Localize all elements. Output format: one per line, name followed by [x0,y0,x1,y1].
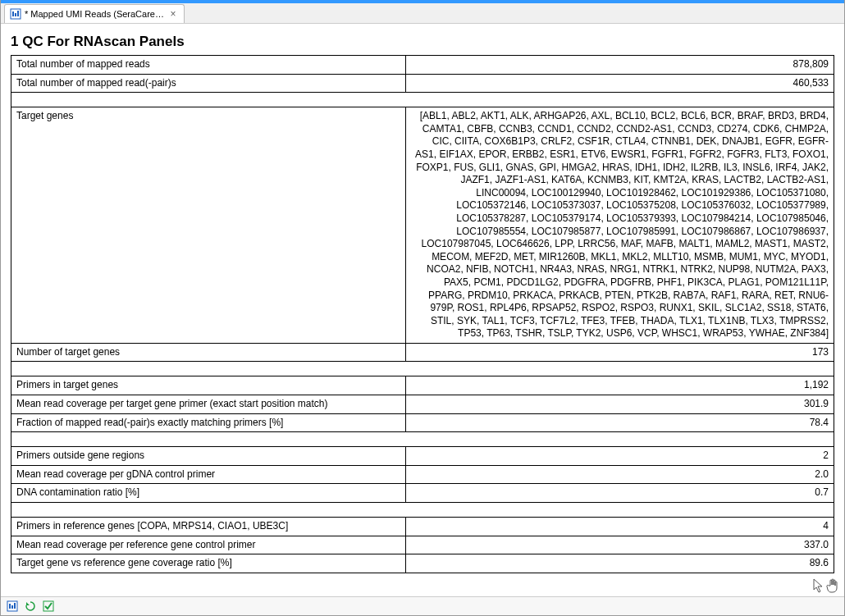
table-row: Primers in reference genes [COPA, MRPS14… [11,518,834,536]
row-label: Mean read coverage per target gene prime… [11,395,406,414]
row-value: 301.9 [406,395,834,414]
row-label: Target gene vs reference gene coverage r… [11,554,406,573]
spacer-row [11,503,834,518]
table-row: Total number of mapped reads 878,809 [11,56,834,75]
table-row: Number of target genes 173 [11,343,834,362]
row-label: Mean read coverage per gDNA control prim… [11,465,406,484]
row-label: Primers in target genes [11,376,406,395]
row-label: Number of target genes [11,343,406,362]
spacer-row [11,432,834,447]
row-value: 1,192 [406,376,834,395]
table-row: Mean read coverage per reference gene co… [11,536,834,554]
row-label: Fraction of mapped read(-pair)s exactly … [11,413,406,432]
svg-rect-7 [14,603,16,609]
row-value: 4 [406,518,834,536]
spacer-row [11,93,834,107]
bottom-toolbar [1,596,844,615]
row-label: DNA contamination ratio [%] [11,484,406,503]
hand-cursor-icon [826,578,839,595]
row-label: Mean read coverage per reference gene co… [11,536,406,554]
row-value: 173 [406,343,834,362]
row-value: 2 [406,447,834,466]
table-row: Primers in target genes 1,192 [11,376,834,395]
row-label: Total number of mapped read(-pair)s [11,74,406,93]
svg-rect-3 [17,11,19,16]
row-value: 89.6 [406,554,834,573]
row-value: 2.0 [406,465,834,484]
report-icon [10,8,21,20]
pointer-cursor-icon [813,578,824,595]
row-value: 878,809 [406,56,834,75]
row-value: 460,533 [406,74,834,93]
row-value: 78.4 [406,413,834,432]
row-label: Primers in reference genes [COPA, MRPS14… [11,518,406,536]
row-value: 337.0 [406,536,834,554]
svg-rect-5 [9,604,11,609]
svg-rect-1 [12,11,14,16]
table-row: Primers outside gene regions 2 [11,447,834,466]
table-row: Target genes [ABL1, ABL2, AKT1, ALK, ARH… [11,107,834,344]
report-view-icon[interactable] [6,600,19,613]
tab-label: * Mapped UMI Reads (SeraCareTFR... [25,9,164,19]
table-row: Fraction of mapped read(-pair)s exactly … [11,413,834,432]
row-label: Primers outside gene regions [11,447,406,466]
table-row: DNA contamination ratio [%] 0.7 [11,484,834,503]
table-row: Mean read coverage per target gene prime… [11,395,834,414]
spacer-row [11,362,834,376]
row-value: 0.7 [406,484,834,503]
qc-table: Total number of mapped reads 878,809 Tot… [11,55,834,573]
page-title: 1 QC For RNAscan Panels [11,34,834,50]
tab-bar: * Mapped UMI Reads (SeraCareTFR... × [1,3,844,24]
cursor-indicator [813,578,839,595]
checkmark-icon[interactable] [42,600,55,613]
tab-mapped-umi-reads[interactable]: * Mapped UMI Reads (SeraCareTFR... × [4,4,185,23]
close-icon[interactable]: × [167,8,179,20]
table-row: Target gene vs reference gene coverage r… [11,554,834,573]
table-row: Total number of mapped read(-pair)s 460,… [11,74,834,93]
row-value: [ABL1, ABL2, AKT1, ALK, ARHGAP26, AXL, B… [406,107,834,344]
svg-rect-2 [15,13,16,16]
svg-rect-6 [11,605,13,609]
row-label: Total number of mapped reads [11,56,406,75]
table-row: Mean read coverage per gDNA control prim… [11,465,834,484]
row-label: Target genes [11,107,406,344]
report-content: 1 QC For RNAscan Panels Total number of … [1,24,844,596]
refresh-icon[interactable] [24,600,37,613]
